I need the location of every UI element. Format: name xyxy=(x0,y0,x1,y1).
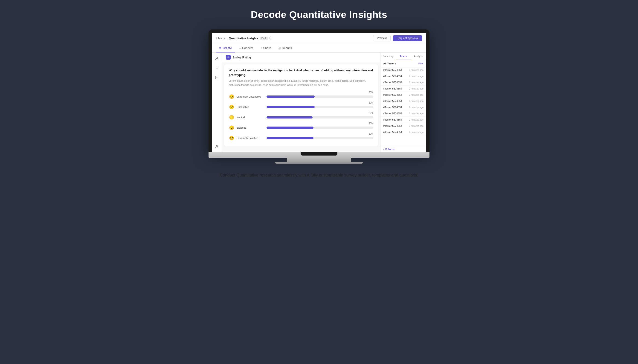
rating-item-4: 20% 😄 Extremely Satisfied xyxy=(229,132,373,140)
sidebar-icon-person[interactable] xyxy=(214,55,220,62)
top-bar-actions: Preview Request Approval xyxy=(373,35,422,42)
tester-name: #Tester 5574854 xyxy=(383,94,402,96)
breadcrumb-separator: › xyxy=(226,36,228,40)
bar-fill-0 xyxy=(266,96,315,98)
sidebar-icon-list[interactable] xyxy=(214,65,220,71)
tester-row[interactable]: #Tester 5574854 2 minutes ago xyxy=(380,110,426,117)
rating-pct-0: 20% xyxy=(229,91,373,94)
center-panel: Smiley Rating Why should we use tabs in … xyxy=(222,53,380,152)
rating-item-3: 20% 🙂 Satisfied xyxy=(229,122,373,130)
tester-name: #Tester 5574854 xyxy=(383,87,402,90)
question-body: Why should we use tabs in the navigation… xyxy=(224,64,378,146)
breadcrumb-library[interactable]: Library xyxy=(216,36,225,40)
request-approval-button[interactable]: Request Approval xyxy=(393,35,422,41)
question-type-label: Smiley Rating xyxy=(232,56,251,59)
rating-item-2: 20% 😐 Neutral xyxy=(229,112,373,120)
rating-pct-4: 20% xyxy=(229,132,373,135)
laptop-stand xyxy=(287,158,351,162)
info-icon[interactable]: ⓘ xyxy=(269,36,272,40)
sidebar-icon-file[interactable] xyxy=(214,74,220,81)
tester-row[interactable]: #Tester 5574854 2 minutes ago xyxy=(380,129,426,135)
connect-tab-icon: ○ xyxy=(239,46,241,50)
tester-row[interactable]: #Tester 5574854 2 minutes ago xyxy=(380,80,426,86)
tester-name: #Tester 5574854 xyxy=(383,131,402,134)
tester-name: #Tester 5574854 xyxy=(383,100,402,102)
svg-point-9 xyxy=(228,57,228,57)
rating-pct-2: 20% xyxy=(229,112,373,114)
svg-rect-4 xyxy=(216,76,218,79)
svg-point-8 xyxy=(227,56,230,58)
laptop-screen: Library › Quantitative Insights Draft ⓘ … xyxy=(212,33,426,152)
laptop-foot xyxy=(275,162,363,164)
laptop-base xyxy=(208,152,430,158)
bar-fill-4 xyxy=(266,137,314,139)
rating-label-3: Satisfied xyxy=(236,126,264,129)
collapse-label: Collapse xyxy=(385,148,395,150)
tester-time: 2 minutes ago xyxy=(409,131,424,134)
nav-tabs: ✏ Create ○ Connect ↑ Share ◎ Results xyxy=(212,44,426,53)
emoji-3: 🙂 xyxy=(229,125,234,130)
tester-time: 2 minutes ago xyxy=(409,118,424,121)
emoji-2: 😐 xyxy=(229,115,234,120)
svg-point-0 xyxy=(216,57,218,58)
smiley-badge xyxy=(226,55,230,60)
tester-time: 2 minutes ago xyxy=(409,75,424,78)
tester-name: #Tester 5574854 xyxy=(383,106,402,108)
svg-point-10 xyxy=(228,57,229,57)
tab-share[interactable]: ↑ Share xyxy=(257,44,274,52)
tester-row[interactable]: #Tester 5574854 2 minutes ago xyxy=(380,104,426,110)
sidebar-icon-bottom[interactable] xyxy=(214,144,220,150)
main-content: Smiley Rating Why should we use tabs in … xyxy=(212,53,426,152)
collapse-button[interactable]: › Collapse xyxy=(380,146,426,152)
draft-badge: Draft xyxy=(260,36,268,40)
bar-track-1 xyxy=(266,106,373,108)
rating-pct-3: 20% xyxy=(229,122,373,125)
preview-button[interactable]: Preview xyxy=(373,35,391,42)
emoji-0: 😠 xyxy=(229,94,234,99)
tester-time: 2 minutes ago xyxy=(409,100,424,102)
laptop-notch xyxy=(300,152,338,156)
tester-name: #Tester 5574854 xyxy=(383,118,402,121)
results-tab-icon: ◎ xyxy=(278,46,281,50)
rating-pct-1: 20% xyxy=(229,102,373,104)
breadcrumb-current: Quantitative Insights xyxy=(229,36,258,40)
top-bar: Library › Quantitative Insights Draft ⓘ … xyxy=(212,33,426,44)
rating-label-0: Extremely Unsatisfied xyxy=(236,95,264,98)
tester-row[interactable]: #Tester 5574854 2 minutes ago xyxy=(380,98,426,104)
share-tab-icon: ↑ xyxy=(260,46,262,50)
tab-results[interactable]: ◎ Results xyxy=(275,44,295,52)
emoji-4: 😄 xyxy=(229,136,234,140)
tester-row[interactable]: #Tester 5574854 2 minutes ago xyxy=(380,117,426,123)
tester-name: #Tester 5574854 xyxy=(383,124,402,127)
tester-row[interactable]: #Tester 5574854 2 minutes ago xyxy=(380,123,426,129)
all-testers-label: All Testers xyxy=(383,62,396,65)
create-tab-icon: ✏ xyxy=(219,46,222,50)
tester-time: 2 minutes ago xyxy=(409,88,424,90)
breadcrumb: Library › Quantitative Insights Draft ⓘ xyxy=(216,36,272,40)
rating-label-1: Unsatisfied xyxy=(236,106,264,108)
tab-create[interactable]: ✏ Create xyxy=(216,44,235,52)
tester-time: 2 minutes ago xyxy=(409,112,424,115)
tester-row[interactable]: #Tester 5574854 2 minutes ago xyxy=(380,86,426,92)
rating-label-4: Extremely Satisfied xyxy=(236,137,264,140)
page-title: Decode Quantitative Insights xyxy=(251,9,387,20)
tester-time: 2 minutes ago xyxy=(409,94,424,96)
sidebar xyxy=(212,53,222,152)
right-panel-tabs: Summary Tester Analysis xyxy=(380,53,426,60)
bar-track-3 xyxy=(266,126,373,129)
laptop-mockup: Library › Quantitative Insights Draft ⓘ … xyxy=(208,30,430,164)
tab-share-label: Share xyxy=(263,46,271,50)
sidebar-bottom xyxy=(214,144,220,150)
rp-tab-tester[interactable]: Tester xyxy=(396,53,411,60)
rp-tab-analysis[interactable]: Analysis xyxy=(411,53,426,60)
tab-connect[interactable]: ○ Connect xyxy=(236,44,256,52)
tester-row[interactable]: #Tester 5574854 2 minutes ago xyxy=(380,92,426,98)
tester-row[interactable]: #Tester 5574854 2 minutes ago xyxy=(380,73,426,80)
page-subtitle: Conduct Quantitative research seamlessly… xyxy=(220,172,418,178)
tester-name: #Tester 5574854 xyxy=(383,81,402,84)
rp-tab-summary[interactable]: Summary xyxy=(380,53,396,60)
filter-link[interactable]: Filter xyxy=(418,62,424,65)
tester-time: 2 minutes ago xyxy=(409,125,424,127)
tester-name: #Tester 5574854 xyxy=(383,112,402,115)
tester-row[interactable]: #Tester 5574854 2 minutes ago xyxy=(380,67,426,73)
